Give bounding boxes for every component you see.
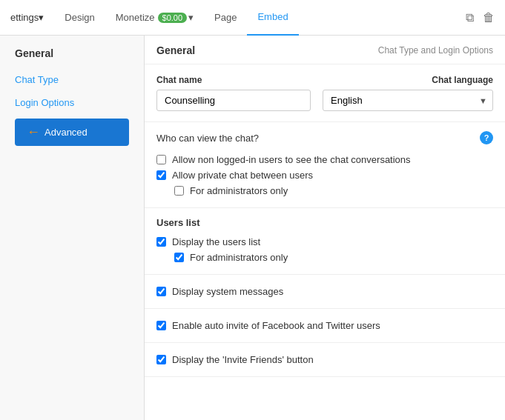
- design-label: Design: [65, 12, 94, 23]
- facebook-twitter-section: Enable auto invite of Facebook and Twitt…: [145, 309, 505, 343]
- embed-label: Embed: [257, 11, 288, 22]
- advanced-button[interactable]: ← Advanced: [15, 119, 129, 146]
- system-messages-label: Display system messages: [172, 286, 283, 297]
- invite-friends-checkbox[interactable]: [156, 355, 166, 364]
- page-label: Page: [214, 12, 237, 23]
- system-messages-checkbox[interactable]: [156, 287, 166, 296]
- view-title: Who can view the chat?: [156, 133, 259, 144]
- facebook-twitter-item: Enable auto invite of Facebook and Twitt…: [156, 318, 493, 333]
- monetize-badge: $0.00: [158, 13, 188, 23]
- trash-icon: 🗑: [483, 11, 495, 24]
- sidebar-item-login-options[interactable]: Login Options: [0, 91, 144, 114]
- facebook-twitter-label: Enable auto invite of Facebook and Twitt…: [172, 320, 380, 331]
- design-nav-item[interactable]: Design: [54, 0, 105, 36]
- users-list-section: Users list Display the users list For ad…: [145, 208, 505, 275]
- form-row: Chat name Chat language English ▼: [156, 75, 493, 111]
- users-list-title: Users list: [156, 217, 493, 228]
- chat-name-group: Chat name: [156, 75, 311, 111]
- private-chat-admin-checkbox[interactable]: [174, 186, 184, 196]
- system-messages-section: Display system messages: [145, 275, 505, 309]
- content-header: General Chat Type and Login Options: [145, 36, 505, 64]
- display-users-list-checkbox[interactable]: [156, 237, 166, 247]
- help-icon[interactable]: ?: [480, 131, 493, 144]
- content-subtitle: Chat Type and Login Options: [378, 45, 493, 56]
- users-list-admin-item: For administrators only: [156, 250, 493, 265]
- facebook-twitter-checkbox[interactable]: [156, 321, 166, 330]
- monetize-arrow: ▾: [188, 12, 194, 23]
- invite-friends-item: Display the 'Invite Friends' button: [156, 352, 493, 367]
- content-title: General: [156, 44, 195, 56]
- language-select-wrapper: English ▼: [323, 90, 493, 111]
- login-options-label: Login Options: [15, 97, 74, 108]
- settings-nav-item[interactable]: ettings▾: [0, 0, 54, 36]
- allow-nonlogged-checkbox[interactable]: [156, 155, 166, 164]
- chat-type-label: Chat Type: [15, 74, 59, 85]
- delete-button[interactable]: 🗑: [478, 8, 499, 27]
- private-chat-admin-item: For administrators only: [156, 183, 493, 199]
- page-nav-item[interactable]: Page: [204, 0, 247, 36]
- top-navigation: ettings▾ Design Monetize $0.00 ▾ Page Em…: [0, 0, 505, 36]
- settings-label: ettings: [10, 12, 39, 23]
- main-layout: General Chat Type Login Options ← Advanc…: [0, 36, 505, 420]
- sidebar: General Chat Type Login Options ← Advanc…: [0, 36, 145, 420]
- users-list-admin-label: For administrators only: [190, 252, 288, 263]
- allow-nonlogged-item: Allow non logged-in users to see the cha…: [156, 152, 493, 167]
- language-select[interactable]: English: [323, 90, 493, 111]
- private-chat-admin-label: For administrators only: [190, 185, 288, 196]
- system-messages-item: Display system messages: [156, 284, 493, 299]
- content-area: General Chat Type and Login Options Chat…: [145, 36, 505, 420]
- sidebar-section-title: General: [0, 47, 144, 68]
- who-can-view-section: Who can view the chat? ? Allow non logge…: [145, 122, 505, 208]
- settings-arrow: ▾: [39, 12, 44, 23]
- allow-private-chat-item: Allow private chat between users: [156, 167, 493, 183]
- embed-nav-item[interactable]: Embed: [247, 0, 298, 36]
- chat-name-label: Chat name: [156, 75, 311, 85]
- chat-language-group: Chat language English ▼: [323, 75, 493, 111]
- allow-nonlogged-label: Allow non logged-in users to see the cha…: [172, 154, 411, 165]
- allow-private-chat-checkbox[interactable]: [156, 170, 166, 180]
- copy-button[interactable]: ⧉: [461, 8, 478, 27]
- copy-icon: ⧉: [466, 11, 474, 24]
- users-list-admin-checkbox[interactable]: [174, 253, 184, 262]
- invite-friends-section: Display the 'Invite Friends' button: [145, 343, 505, 377]
- monetize-nav-item[interactable]: Monetize $0.00 ▾: [105, 0, 204, 36]
- display-users-list-item: Display the users list: [156, 234, 493, 250]
- chat-name-input[interactable]: [156, 90, 311, 111]
- nav-icons: ⧉ 🗑: [461, 8, 505, 27]
- allow-private-chat-label: Allow private chat between users: [172, 170, 313, 181]
- invite-friends-label: Display the 'Invite Friends' button: [172, 354, 314, 365]
- view-section-header: Who can view the chat? ?: [156, 131, 493, 144]
- sidebar-item-chat-type[interactable]: Chat Type: [0, 68, 144, 91]
- display-users-list-label: Display the users list: [172, 236, 260, 247]
- advanced-label: Advanced: [44, 127, 88, 138]
- arrow-icon: ←: [27, 124, 40, 140]
- chat-form-section: Chat name Chat language English ▼: [145, 64, 505, 122]
- monetize-label: Monetize: [116, 12, 155, 23]
- chat-language-label: Chat language: [432, 75, 493, 85]
